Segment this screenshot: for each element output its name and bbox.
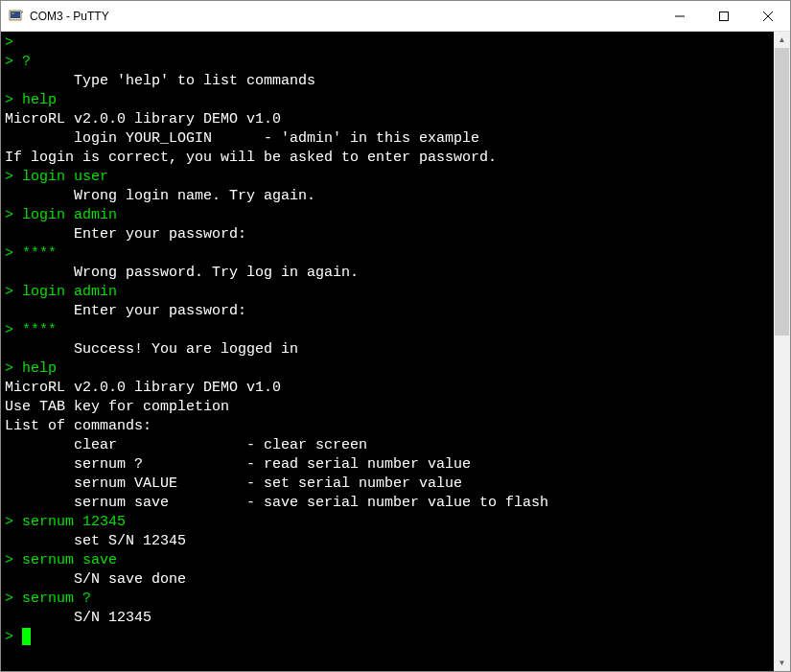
minimize-button[interactable] — [658, 1, 702, 31]
terminal-line: Success! You are logged in — [5, 340, 770, 359]
terminal-line: > help — [5, 359, 770, 379]
terminal-line: > sernum ? — [5, 590, 770, 609]
terminal-line: Use TAB key for completion — [5, 398, 770, 417]
terminal-line: S/N 12345 — [5, 609, 770, 628]
terminal-line: List of commands: — [5, 417, 770, 436]
close-button[interactable] — [746, 1, 790, 31]
terminal-line: S/N save done — [5, 570, 770, 590]
terminal-line: > help — [5, 91, 770, 110]
app-icon — [9, 9, 24, 24]
scrollbar-thumb[interactable] — [775, 48, 789, 336]
terminal-line: > login admin — [5, 283, 770, 302]
terminal-line: MicroRL v2.0.0 library DEMO v1.0 — [5, 379, 770, 398]
maximize-button[interactable] — [702, 1, 746, 31]
terminal-line: > **** — [5, 321, 770, 340]
terminal-line: Type 'help' to list commands — [5, 72, 770, 91]
terminal-line: If login is correct, you will be asked t… — [5, 149, 770, 168]
svg-rect-5 — [720, 12, 729, 20]
terminal-line: > — [5, 34, 770, 53]
terminal-line: Wrong login name. Try again. — [5, 187, 770, 206]
terminal-line: > sernum 12345 — [5, 513, 770, 532]
terminal-line: sernum save - save serial number value t… — [5, 494, 770, 513]
terminal-line: login YOUR_LOGIN - 'admin' in this examp… — [5, 129, 770, 149]
terminal-line: Wrong password. Try log in again. — [5, 264, 770, 283]
scrollbar-up[interactable]: ▲ — [774, 32, 790, 48]
terminal-line: Enter your password: — [5, 225, 770, 244]
titlebar[interactable]: COM3 - PuTTY — [1, 1, 790, 32]
terminal-line: Enter your password: — [5, 302, 770, 321]
window-controls — [658, 1, 790, 31]
terminal-line: sernum ? - read serial number value — [5, 455, 770, 475]
terminal-line: MicroRL v2.0.0 library DEMO v1.0 — [5, 110, 770, 129]
terminal-line: > **** — [5, 244, 770, 264]
terminal-line: > — [5, 628, 770, 647]
terminal-line: > login admin — [5, 206, 770, 225]
terminal-line: > sernum save — [5, 551, 770, 570]
svg-rect-1 — [11, 12, 20, 18]
terminal-line: clear - clear screen — [5, 436, 770, 455]
terminal-area: >> ? Type 'help' to list commands> helpM… — [1, 32, 790, 671]
terminal-line: > login user — [5, 168, 770, 187]
terminal[interactable]: >> ? Type 'help' to list commands> helpM… — [1, 32, 774, 671]
putty-window: COM3 - PuTTY >> ? Type 'help' to list co… — [0, 0, 791, 672]
window-title: COM3 - PuTTY — [30, 10, 658, 23]
scrollbar[interactable]: ▲ ▼ — [774, 32, 790, 671]
scrollbar-down[interactable]: ▼ — [774, 655, 790, 671]
terminal-line: set S/N 12345 — [5, 532, 770, 551]
terminal-line: sernum VALUE - set serial number value — [5, 475, 770, 494]
cursor — [22, 628, 31, 645]
terminal-line: > ? — [5, 53, 770, 72]
